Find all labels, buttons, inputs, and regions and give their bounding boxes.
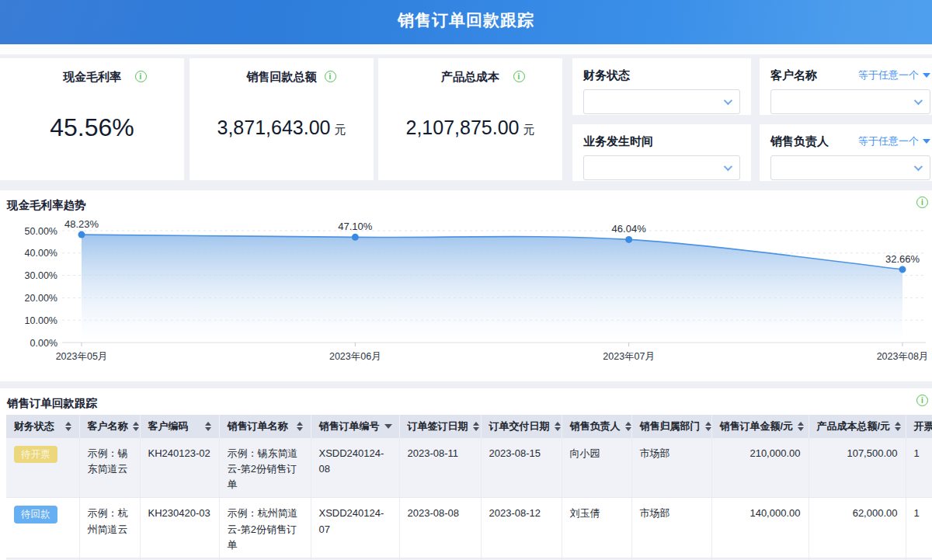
info-icon[interactable]: i [513, 71, 525, 82]
kpi-unit: 元 [523, 123, 534, 137]
svg-text:30.00%: 30.00% [25, 270, 57, 281]
status-cell: 待开票 [6, 438, 79, 498]
sort-icon[interactable] [297, 422, 303, 431]
filter-label: 销售负责人 [770, 134, 829, 149]
col-header-delivery-date[interactable]: 订单交付日期 [481, 415, 562, 438]
col-header-order-no[interactable]: 销售订单编号 [311, 415, 399, 438]
trend-chart-svg: 50.00%40.00%30.00%20.00%10.00%0.00%2023年… [0, 190, 932, 381]
delivery-date-cell: 2023-08-12 [481, 498, 562, 558]
svg-text:20.00%: 20.00% [25, 293, 57, 304]
kpi-card-product-cost: 产品总成本 i 2,107,875.00 元 [378, 58, 562, 180]
status-badge: 待回款 [14, 506, 57, 523]
order-no-cell: XSDD240124-07 [311, 498, 399, 558]
chevron-down-icon [914, 96, 923, 105]
invoice-cell: 1 [906, 438, 932, 498]
order-table: 财务状态 客户名称 客户编码 销售订单名称 销售订单编号 订单签订日期 订单交付… [6, 415, 932, 560]
chart-render-layer: 50.00%40.00%30.00%20.00%10.00%0.00%2023年… [25, 218, 929, 362]
customer-code-cell: KH240123-02 [140, 438, 219, 498]
product-cost-cell: 62,000.00 [809, 498, 906, 558]
customer-name-select[interactable] [770, 89, 930, 114]
order-no-cell: XSDD240124-08 [311, 438, 399, 498]
sort-icon[interactable] [555, 422, 561, 431]
filter-label: 财务状态 [583, 68, 630, 83]
status-cell: 待回款 [6, 498, 79, 558]
delivery-date-cell: 2023-08-15 [481, 438, 562, 498]
sign-date-cell: 2023-08-11 [399, 438, 481, 498]
svg-text:47.10%: 47.10% [338, 221, 373, 232]
svg-text:2023年05月: 2023年05月 [56, 351, 108, 362]
sort-icon[interactable] [798, 422, 804, 431]
order-name-cell: 示例：杭州简道云-第2份销售订单 [219, 498, 311, 558]
col-header-finance-status[interactable]: 财务状态 [6, 415, 79, 438]
trend-chart-panel: 现金毛利率趋势 i 50.00%40.00%30.00%20.00%10.00%… [0, 190, 932, 381]
sort-icon[interactable] [65, 422, 71, 431]
svg-text:2023年06月: 2023年06月 [329, 351, 381, 362]
table-title: 销售订单回款跟踪 [7, 397, 97, 409]
svg-text:0.00%: 0.00% [30, 338, 57, 349]
product-cost-cell: 107,500.00 [809, 438, 906, 498]
svg-text:40.00%: 40.00% [25, 248, 57, 259]
col-header-customer-name[interactable]: 客户名称 [79, 415, 140, 438]
order-name-cell: 示例：锡东简道云-第2份销售订单 [219, 438, 311, 498]
filter-operator[interactable]: 等于任意一个 [858, 134, 930, 148]
svg-text:50.00%: 50.00% [25, 226, 57, 237]
sort-icon[interactable] [205, 422, 211, 431]
kpi-unit: 元 [334, 123, 346, 137]
col-header-customer-code[interactable]: 客户编码 [140, 415, 219, 438]
top-banner: 销售订单回款跟踪 [0, 0, 932, 44]
kpi-label: 产品总成本 [441, 70, 499, 83]
info-icon[interactable]: i [916, 395, 928, 406]
page-title: 销售订单回款跟踪 [0, 9, 932, 31]
kpi-value: 3,871,643.00 [217, 117, 331, 139]
col-header-order-name[interactable]: 销售订单名称 [219, 415, 311, 438]
department-cell: 市场部 [631, 498, 711, 558]
filter-business-time: 业务发生时间 [572, 124, 751, 181]
kpi-card-cash-margin: 现金毛利率 i 45.56% [0, 58, 184, 180]
svg-text:10.00%: 10.00% [25, 315, 57, 326]
status-badge: 待开票 [14, 446, 57, 463]
chevron-down-icon [914, 162, 923, 171]
chevron-down-icon [724, 96, 732, 105]
invoice-cell: 1 [906, 498, 932, 558]
business-time-select[interactable] [583, 155, 740, 180]
info-icon[interactable]: i [135, 71, 147, 82]
chevron-down-icon [724, 162, 732, 171]
kpi-label: 现金毛利率 [63, 70, 121, 83]
filter-customer-name: 客户名称 等于任意一个 [760, 58, 932, 115]
filter-label: 客户名称 [770, 68, 817, 83]
sort-icon[interactable] [473, 422, 479, 431]
col-header-sales-owner[interactable]: 销售负责人 [562, 415, 631, 438]
customer-code-cell: KH230420-03 [140, 498, 219, 558]
sort-desc-icon[interactable] [384, 424, 392, 429]
table-row: 待开票 示例：锡东简道云 KH240123-02 示例：锡东简道云-第2份销售订… [6, 438, 932, 498]
kpi-card-payment-total: 销售回款总额 i 3,871,643.00 元 [190, 58, 374, 180]
col-header-department[interactable]: 销售归属部门 [631, 415, 711, 438]
kpi-label: 销售回款总额 [247, 70, 317, 83]
svg-text:32.66%: 32.66% [885, 253, 920, 265]
filter-sales-owner: 销售负责人 等于任意一个 [760, 124, 932, 181]
sort-icon[interactable] [705, 422, 711, 431]
sales-owner-cell: 刘玉倩 [562, 498, 631, 558]
banner-divider [0, 44, 932, 54]
sort-icon[interactable] [625, 422, 631, 431]
svg-text:2023年08月: 2023年08月 [877, 351, 929, 362]
sales-owner-select[interactable] [770, 155, 930, 180]
filter-operator[interactable]: 等于任意一个 [858, 68, 930, 82]
info-icon[interactable]: i [325, 71, 336, 82]
filter-finance-status: 财务状态 [572, 58, 751, 115]
col-header-product-cost[interactable]: 产品成本总额/元 [809, 415, 906, 438]
sales-owner-cell: 向小园 [562, 438, 631, 498]
table-header-row: 财务状态 客户名称 客户编码 销售订单名称 销售订单编号 订单签订日期 订单交付… [6, 415, 932, 438]
sort-icon[interactable] [895, 422, 901, 431]
order-amount-cell: 210,000.00 [711, 438, 809, 498]
col-header-sign-date[interactable]: 订单签订日期 [399, 415, 481, 438]
col-header-invoice[interactable]: 开票 [906, 415, 932, 438]
department-cell: 市场部 [631, 438, 711, 498]
finance-status-select[interactable] [583, 89, 740, 114]
customer-cell: 示例：锡东简道云 [79, 438, 140, 498]
col-header-order-amount[interactable]: 销售订单金额/元 [711, 415, 809, 438]
dropdown-arrow-icon [923, 139, 930, 144]
filter-label: 业务发生时间 [583, 134, 653, 149]
sort-icon[interactable] [133, 422, 139, 431]
order-table-panel: 销售订单回款跟踪 i 财务状态 客户名称 客户编码 销售订单名称 销售订单编号 … [0, 388, 932, 560]
